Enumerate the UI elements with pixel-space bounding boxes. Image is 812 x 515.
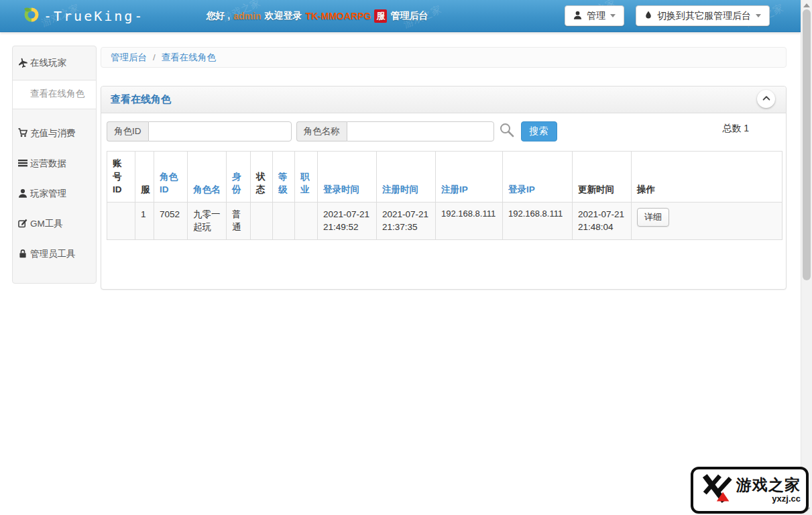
panel-title: 查看在线角色 xyxy=(111,93,171,105)
switch-server-button[interactable]: 切换到其它服管理后台 xyxy=(636,5,770,26)
sidebar: 在线玩家 查看在线角色 充值与消费 运营数据 xyxy=(12,46,97,284)
sort-link[interactable]: 等级 xyxy=(278,172,288,195)
cell-account-id xyxy=(107,202,135,239)
cell-server: 1 xyxy=(135,202,154,239)
plane-icon xyxy=(18,58,27,71)
cell-login-ip: 192.168.8.111 xyxy=(503,202,573,239)
edit-icon xyxy=(18,219,27,231)
sort-link[interactable]: 登录时间 xyxy=(323,184,359,194)
column-header-register-time: 注册时间 xyxy=(377,152,436,203)
breadcrumb-home-link[interactable]: 管理后台 xyxy=(111,52,147,64)
cell-role-id: 7052 xyxy=(154,202,188,239)
sidebar-item-operation-data[interactable]: 运营数据 xyxy=(13,149,96,179)
lock-icon xyxy=(18,249,27,262)
column-header-identity: 身份 xyxy=(227,152,251,203)
browser-scrollbar[interactable] xyxy=(801,0,812,515)
username: admin xyxy=(233,11,261,21)
column-header-profession: 职业 xyxy=(295,152,318,203)
sidebar-item-label: 运营数据 xyxy=(30,157,66,170)
search-button[interactable]: 搜索 xyxy=(521,121,557,141)
column-header-status: 状态 xyxy=(251,152,273,203)
sidebar-item-recharge[interactable]: 充值与消费 xyxy=(13,119,96,149)
sidebar-item-label: 在线玩家 xyxy=(30,56,66,69)
site-name: 游戏之家 xyxy=(736,477,801,493)
sort-link[interactable]: 身份 xyxy=(232,172,241,195)
tint-icon xyxy=(644,10,652,21)
column-header-update-time: 更新时间 xyxy=(573,152,632,203)
main-content: 管理后台 / 查看在线角色 查看在线角色 总数 1 xyxy=(101,47,787,290)
greeting-text: 您好 , admin 欢迎登录 TK-MMOARPG 服 管理后台 xyxy=(206,9,428,23)
cell-role-name: 九零一起玩 xyxy=(188,202,227,239)
welcome-text: 欢迎登录 xyxy=(264,10,302,22)
cart-icon xyxy=(18,128,27,141)
sidebar-item-online-players[interactable]: 在线玩家 xyxy=(13,46,96,80)
sort-link[interactable]: 登录IP xyxy=(508,184,535,194)
table-header-row: 账号ID 服 角色ID 角色名 身份 状态 等级 职业 登录时间 注册时间 注册… xyxy=(107,152,782,203)
cell-level xyxy=(273,202,295,239)
cell-identity: 普通 xyxy=(227,202,251,239)
total-count: 总数 1 xyxy=(722,123,749,135)
admin-menu-label: 管理 xyxy=(587,10,605,22)
column-header-login-time: 登录时间 xyxy=(318,152,377,203)
role-id-group: 角色ID xyxy=(107,121,292,141)
brand-logo-icon xyxy=(23,6,40,26)
column-header-account-id: 账号ID xyxy=(107,152,135,203)
column-header-register-ip: 注册IP xyxy=(436,152,503,203)
cell-register-ip: 192.168.8.111 xyxy=(436,202,503,239)
breadcrumb-current-link[interactable]: 查看在线角色 xyxy=(162,52,216,64)
sidebar-item-gm-tools[interactable]: GM工具 xyxy=(13,209,96,239)
panel-online-roles: 查看在线角色 总数 1 角色ID xyxy=(101,86,787,290)
scrollbar-up-icon[interactable] xyxy=(803,3,810,7)
collapse-button[interactable] xyxy=(757,90,775,108)
role-id-addon: 角色ID xyxy=(107,121,148,141)
caret-down-icon xyxy=(610,14,616,17)
panel-heading: 查看在线角色 xyxy=(101,87,786,113)
cell-actions: 详细 xyxy=(632,202,782,239)
site-logo-badge: 游戏之家 yxzj.cc xyxy=(691,467,809,514)
brand-link[interactable]: -TrueKing- xyxy=(23,6,144,26)
column-header-role-name: 角色名 xyxy=(188,152,227,203)
detail-button[interactable]: 详细 xyxy=(637,208,669,227)
sidebar-item-label: 玩家管理 xyxy=(30,187,66,200)
sidebar-item-player-manage[interactable]: 玩家管理 xyxy=(13,179,96,209)
server-badge: 服 xyxy=(374,9,387,23)
sort-link[interactable]: 注册时间 xyxy=(382,184,418,194)
sort-link[interactable]: 注册IP xyxy=(441,184,468,194)
admin-menu-button[interactable]: 管理 xyxy=(565,5,624,26)
brand-name: -TrueKing- xyxy=(44,8,144,24)
greeting-suffix: 管理后台 xyxy=(390,10,428,22)
yx-logo-icon xyxy=(699,471,732,509)
role-name-input[interactable] xyxy=(347,121,494,141)
table-row: 1 7052 九零一起玩 普通 2021-07-21 21:49:52 2021… xyxy=(107,202,782,239)
sidebar-item-label: 查看在线角色 xyxy=(30,89,84,99)
column-header-actions: 操作 xyxy=(632,152,782,203)
sort-link[interactable]: 职业 xyxy=(300,172,310,195)
column-header-role-id: 角色ID xyxy=(154,152,188,203)
search-form: 角色ID 角色名称 搜索 xyxy=(107,121,780,141)
person-icon xyxy=(573,11,582,21)
sidebar-item-label: GM工具 xyxy=(30,217,63,230)
game-name: TK-MMOARPG xyxy=(305,11,371,21)
sidebar-item-label: 充值与消费 xyxy=(30,127,76,139)
switch-server-label: 切换到其它服管理后台 xyxy=(657,10,751,22)
role-name-addon: 角色名称 xyxy=(296,121,347,141)
sidebar-item-label: 管理员工具 xyxy=(30,247,76,260)
sidebar-item-view-online-roles[interactable]: 查看在线角色 xyxy=(13,80,96,109)
role-name-group: 角色名称 xyxy=(296,121,494,141)
column-header-server: 服 xyxy=(135,152,154,203)
greeting-hello: 您好 , xyxy=(206,10,230,22)
sort-link[interactable]: 角色ID xyxy=(160,172,178,195)
sort-link[interactable]: 角色名 xyxy=(193,184,221,194)
role-id-input[interactable] xyxy=(148,121,292,141)
top-navbar: 游戏之家 游戏之家 游戏之家 游戏之家 游戏之家 -TrueKing- 您好 ,… xyxy=(0,0,801,32)
scrollbar-thumb[interactable] xyxy=(803,9,811,280)
search-icon xyxy=(499,122,515,141)
cell-status xyxy=(251,202,273,239)
cell-login-time: 2021-07-21 21:49:52 xyxy=(318,202,377,239)
caret-down-icon xyxy=(756,14,761,17)
online-roles-table: 账号ID 服 角色ID 角色名 身份 状态 等级 职业 登录时间 注册时间 注册… xyxy=(107,151,782,240)
page: 游戏之家 游戏之家 游戏之家 游戏之家 游戏之家 -TrueKing- 您好 ,… xyxy=(0,0,812,515)
cell-update-time: 2021-07-21 21:48:04 xyxy=(573,202,632,239)
column-header-login-ip: 登录IP xyxy=(503,152,573,203)
sidebar-item-admin-tools[interactable]: 管理员工具 xyxy=(13,239,96,270)
